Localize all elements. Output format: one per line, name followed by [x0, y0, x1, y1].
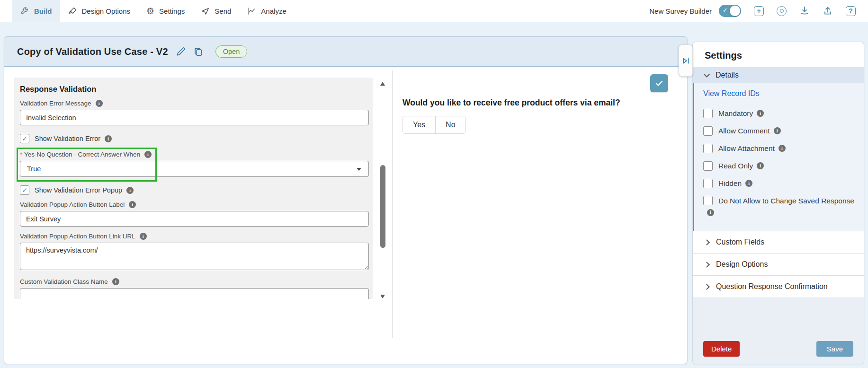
popup-action-button-url-textarea[interactable]: https://surveyvista.com/: [20, 243, 369, 270]
upload-button[interactable]: [823, 6, 833, 16]
pencil-icon: [176, 47, 186, 57]
apply-check-button[interactable]: [650, 74, 668, 92]
check-icon: [654, 79, 664, 88]
checkbox-label: Read Only: [718, 162, 753, 170]
copy-survey-button[interactable]: [193, 47, 203, 57]
info-icon[interactable]: i: [707, 209, 714, 216]
tab-analyze[interactable]: Analyze: [239, 0, 294, 22]
toggle-check-icon: ✓: [723, 7, 728, 14]
validation-error-message-label: Validation Error Message i: [20, 100, 368, 107]
info-icon[interactable]: i: [105, 135, 112, 142]
tab-design-options[interactable]: Design Options: [60, 0, 139, 22]
yes-no-button-group: Yes No: [403, 116, 466, 134]
form-scrollbar[interactable]: [379, 81, 387, 299]
allow-comment-checkbox[interactable]: [703, 126, 713, 136]
required-marker: *: [20, 151, 22, 158]
scroll-up-icon[interactable]: [380, 82, 385, 86]
mandatory-row: Mandatoryi: [703, 107, 854, 119]
info-icon[interactable]: i: [126, 187, 134, 194]
checkbox-label: Mandatory: [718, 109, 753, 117]
show-validation-error-row: ✓ Show Validation Error i: [20, 134, 368, 143]
plus-icon: +: [754, 6, 764, 16]
download-button[interactable]: [799, 6, 810, 16]
settings-footer: Delete Save: [693, 298, 864, 364]
delete-button[interactable]: Delete: [703, 341, 740, 357]
no-option-button[interactable]: No: [436, 116, 465, 133]
survey-title: Copy of Validation Use Case - V2: [17, 46, 168, 57]
top-toolbar: Build Design Options ⚙ Settings Send Ana…: [0, 0, 868, 22]
info-icon[interactable]: i: [757, 162, 764, 169]
custom-validation-class-input[interactable]: [20, 288, 369, 299]
info-icon[interactable]: i: [757, 110, 764, 117]
tab-settings[interactable]: ⚙ Settings: [138, 0, 193, 22]
do-not-allow-change-checkbox[interactable]: [703, 196, 713, 205]
question-mark-icon: ?: [846, 6, 856, 16]
design-options-accordion[interactable]: Design Options: [693, 253, 864, 275]
checkbox-label: Show Validation Error Popup: [35, 186, 122, 194]
edit-title-button[interactable]: [176, 47, 186, 57]
view-record-ids-link[interactable]: View Record IDs: [703, 89, 760, 98]
popup-action-button-url-label: Validation Popup Action Button Link URL …: [20, 233, 368, 240]
scroll-down-icon[interactable]: [380, 295, 385, 298]
checkbox-label: Hidden: [718, 179, 742, 187]
show-validation-error-popup-row: ✓ Show Validation Error Popup i: [20, 185, 368, 195]
popup-action-button-label-input[interactable]: [20, 211, 369, 227]
hidden-checkbox[interactable]: [703, 179, 713, 188]
question-response-confirmation-accordion[interactable]: Question Response Confirmation: [693, 275, 864, 298]
toggle-knob: [730, 6, 740, 16]
save-button[interactable]: Save: [816, 341, 853, 357]
info-icon[interactable]: i: [112, 278, 119, 285]
tab-build[interactable]: Build: [12, 0, 60, 22]
info-icon[interactable]: i: [96, 100, 103, 107]
tab-send[interactable]: Send: [193, 0, 239, 22]
new-survey-builder-toggle[interactable]: ✓: [719, 5, 741, 17]
checkbox-label: Show Validation Error: [35, 135, 100, 142]
tab-label: Send: [215, 7, 231, 15]
add-question-button[interactable]: +: [754, 6, 764, 16]
new-survey-builder-label: New Survey Builder: [649, 7, 712, 15]
read-only-checkbox[interactable]: [703, 161, 713, 171]
details-label: Details: [716, 71, 739, 79]
checkbox-label: Allow Attachment: [718, 144, 775, 152]
chevron-right-icon: [704, 284, 710, 290]
allow-attachment-checkbox[interactable]: [703, 144, 713, 153]
custom-fields-accordion[interactable]: Custom Fields: [693, 231, 864, 253]
info-icon[interactable]: i: [779, 145, 786, 152]
checkbox-check-icon: ✓: [22, 187, 27, 193]
info-icon[interactable]: i: [129, 201, 136, 208]
info-icon[interactable]: i: [144, 151, 152, 158]
question-preview-area: Would you like to receive free product o…: [403, 67, 680, 134]
chevron-right-icon: [704, 239, 710, 245]
show-validation-error-popup-checkbox[interactable]: ✓: [20, 185, 29, 195]
allow-attachment-row: Allow Attachmenti: [703, 142, 854, 154]
allow-comment-row: Allow Commenti: [703, 125, 854, 137]
collapse-settings-button[interactable]: [679, 44, 693, 77]
mandatory-checkbox[interactable]: [703, 109, 713, 118]
hidden-row: Hiddeni: [703, 177, 854, 189]
do-not-allow-change-row: Do Not Allow to Change Saved Responsei: [703, 195, 854, 218]
correct-answer-when-group: * Yes-No Question - Correct Answer When …: [20, 151, 368, 177]
accordion-label: Design Options: [716, 260, 768, 269]
info-icon[interactable]: i: [745, 180, 752, 187]
info-icon[interactable]: i: [140, 233, 147, 240]
wrench-icon: [20, 7, 29, 16]
preview-icon: [777, 6, 787, 16]
download-icon: [799, 6, 810, 16]
help-button[interactable]: ?: [846, 6, 856, 16]
upload-icon: [823, 6, 833, 16]
tab-label: Analyze: [261, 7, 286, 15]
show-validation-error-checkbox[interactable]: ✓: [20, 134, 29, 143]
preview-button[interactable]: [777, 6, 787, 16]
tab-label: Design Options: [82, 7, 131, 15]
form-heading: Response Validation: [20, 85, 368, 94]
chart-icon: [247, 7, 256, 16]
chevron-down-icon: [357, 168, 361, 171]
correct-answer-when-select[interactable]: True: [20, 161, 369, 177]
yes-option-button[interactable]: Yes: [403, 116, 436, 133]
validation-error-message-input[interactable]: [20, 110, 369, 125]
survey-builder-card: Copy of Validation Use Case - V2 Open Re…: [4, 36, 688, 364]
details-accordion-header[interactable]: Details: [693, 67, 864, 83]
info-icon[interactable]: i: [774, 127, 781, 134]
checkbox-check-icon: ✓: [22, 135, 27, 142]
scrollbar-thumb[interactable]: [380, 165, 385, 248]
